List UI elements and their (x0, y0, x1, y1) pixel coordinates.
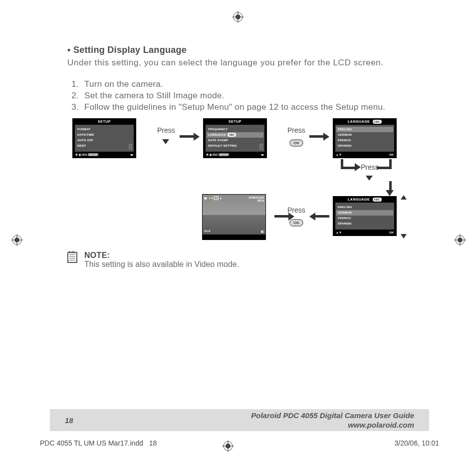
lcd-title: LANGUAGE ABC (333, 119, 396, 125)
lcd-title: SETUP (73, 119, 136, 125)
menu-item: SPANISH (338, 143, 392, 149)
abc-badge: ABC (373, 120, 382, 124)
note-label: NOTE: (84, 251, 239, 260)
diagram: SETUP FORMAT DATE/TIME AUTO OFF BEEP ✲ ◐… (67, 116, 417, 251)
updown-icon: ▲▼ (259, 144, 263, 150)
nav-arrows-icon: ◂▸ (261, 153, 264, 156)
down-triangle-icon (366, 174, 373, 183)
down-triangle-icon (162, 137, 169, 146)
arrow-head-icon (355, 163, 361, 171)
bot-icons: ✲ ◐ ISO SETUP (75, 153, 98, 156)
notepad-icon (67, 252, 77, 263)
arrow-left-icon (314, 215, 329, 218)
arrow-right-icon (180, 135, 195, 138)
menu-item: BEEP (77, 143, 131, 149)
section-title: • Setting Display Language (67, 45, 417, 55)
menu-item: FRENCH (338, 138, 392, 143)
menu-item: SPANISH (338, 221, 392, 227)
step-3: Follow the guidelines in "Setup Menu" on… (81, 102, 417, 113)
note-block: NOTE: This setting is also available in … (67, 251, 417, 269)
menu-item-selected: GERMAN (336, 210, 393, 216)
steps-list: Turn on the camera. Set the camera to St… (67, 79, 417, 113)
menu-item: FORMAT (77, 127, 131, 132)
menu-item: GERMAN (338, 132, 392, 138)
step-2: Set the camera to Still Image mode. (81, 90, 417, 102)
ok-label: OK (389, 153, 394, 156)
triangle-up-icon (401, 195, 407, 200)
page-content: • Setting Display Language Under this se… (67, 45, 417, 269)
live-count: 0016 (257, 199, 264, 202)
lcd-title: SETUP (204, 119, 266, 125)
nav-updown-icon: ▲▼ (336, 231, 342, 234)
ok-label: OK (389, 231, 394, 234)
lcd-language-1: LANGUAGE ABC ENGLISH GERMAN FRENCH SPANI… (333, 118, 397, 158)
battery-icon: ▮▯ (261, 230, 264, 233)
updown-icon: ▲▼ (129, 144, 132, 150)
lcd-setup-2: SETUP FREQUENCY LANGUAGE ABC DATE STAMP … (203, 118, 267, 158)
menu-item: FRENCH (338, 216, 392, 221)
step-1: Turn on the camera. (81, 79, 417, 90)
menu-item: AUTO OFF (77, 138, 131, 143)
abc-badge: ABC (373, 198, 382, 202)
page-number: 18 (65, 416, 95, 425)
lcd-live-view: ▣ ⚡A A ▲ 2048X1536 0016 X1.0 ▮▯ (202, 194, 266, 240)
press-label: Press (287, 126, 305, 134)
nav-updown-icon: ▲▼ (336, 153, 342, 156)
lcd-title: LANGUAGE ABC (333, 197, 396, 203)
press-label: Press (361, 163, 379, 171)
menu-item: ENGLISH (338, 205, 392, 210)
live-zoom: X1.0 (204, 230, 210, 233)
source-date: 3/20/06, 10:01 (394, 439, 439, 447)
footer-bar: 18 Polaroid PDC 4055 Digital Camera User… (50, 409, 429, 431)
arrow-head-down-icon (386, 190, 394, 196)
source-file: PDC 4055 TL UM US Mar17.indd (40, 439, 143, 447)
bot-icons: ✲ ◐ ISO SETUP (206, 153, 229, 156)
registration-mark-top (232, 11, 244, 23)
arrow-segment (341, 167, 356, 169)
menu-item: DEFAULT SETTING (208, 143, 262, 149)
press-label: Press (157, 126, 175, 134)
lcd-language-2: LANGUAGE ABC ENGLISH GERMAN FRENCH SPANI… (333, 196, 397, 236)
live-icons: ▣ ⚡A A ▲ (204, 196, 222, 202)
menu-item: FREQUENCY (208, 127, 262, 132)
source-page: 18 (149, 439, 157, 447)
arrow-left-icon (274, 215, 289, 218)
footer-meta: PDC 4055 TL UM US Mar17.indd 18 3/20/06,… (40, 439, 439, 447)
ok-button-graphic: OK (289, 137, 303, 147)
menu-item-selected: LANGUAGE ABC (207, 132, 263, 138)
footer-title: Polaroid PDC 4055 Digital Camera User Gu… (251, 411, 414, 421)
registration-mark-right (454, 234, 466, 246)
triangle-down-icon (401, 234, 407, 238)
registration-mark-left (11, 234, 23, 246)
section-intro: Under this setting, you can select the l… (67, 57, 417, 69)
lcd-setup-1: SETUP FORMAT DATE/TIME AUTO OFF BEEP ✲ ◐… (72, 118, 136, 158)
arrow-segment (389, 181, 392, 191)
arrow-right-icon (309, 135, 324, 138)
menu-item: DATE/TIME (77, 132, 131, 138)
abc-badge: ABC (228, 133, 236, 137)
note-text: This setting is also available in Video … (84, 260, 239, 269)
menu-item-selected: ENGLISH (336, 127, 393, 132)
nav-arrows-icon: ◂▸ (130, 153, 133, 156)
menu-item: DATE STAMP (208, 138, 262, 143)
footer-url: www.polaroid.com (251, 420, 414, 430)
arrow-segment (377, 167, 392, 169)
